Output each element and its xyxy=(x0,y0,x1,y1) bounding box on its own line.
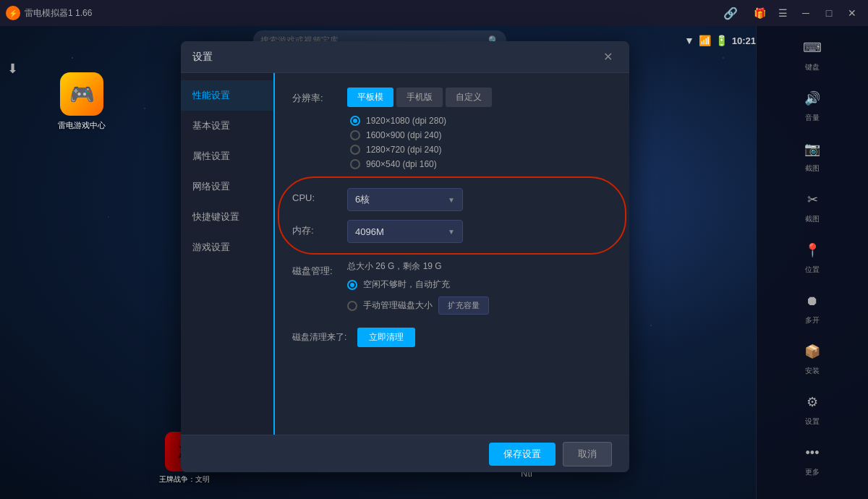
cancel-button[interactable]: 取消 xyxy=(563,442,612,466)
memory-value: 4096M xyxy=(355,226,384,237)
disk-auto-row[interactable]: 空闲不够时，自动扩充 xyxy=(347,278,612,291)
nav-item-basic[interactable]: 基本设置 xyxy=(181,111,273,141)
nav-item-properties[interactable]: 属性设置 xyxy=(181,141,273,171)
nav-item-shortcuts[interactable]: 快捷键设置 xyxy=(181,202,273,232)
modal-content: 分辨率: 平板模 手机版 自定义 1920×1080 (dpi 280) xyxy=(275,73,629,435)
resolution-options: 1920×1080 (dpi 280) 1600×900 (dpi 240) 1… xyxy=(350,116,612,169)
resolution-label-1920: 1920×1080 (dpi 280) xyxy=(366,116,446,126)
resolution-label: 分辨率: xyxy=(292,88,336,105)
memory-dropdown[interactable]: 4096M ▼ xyxy=(347,220,463,243)
disk-custom-row[interactable]: 手动管理磁盘大小 扩充容量 xyxy=(347,297,612,315)
tab-phone[interactable]: 手机版 xyxy=(396,88,443,107)
cpu-memory-section: CPU: 6核 ▼ 内存: 4096M xyxy=(292,182,612,249)
modal-header: 设置 ✕ xyxy=(181,41,629,73)
disk-auto-label: 空闲不够时，自动扩充 xyxy=(363,278,450,291)
save-button[interactable]: 保存设置 xyxy=(489,443,556,466)
cpu-dropdown[interactable]: 6核 ▼ xyxy=(347,188,463,211)
memory-dropdown-arrow: ▼ xyxy=(448,228,455,236)
radio-1920 xyxy=(350,116,360,126)
disk-controls: 总大小 26 G，剩余 19 G 空闲不够时，自动扩充 手动管理磁盘大小 扩充容… xyxy=(347,260,612,315)
resolution-option-1[interactable]: 1920×1080 (dpi 280) xyxy=(350,116,612,126)
cpu-controls: 6核 ▼ xyxy=(347,188,612,211)
cpu-value: 6核 xyxy=(355,193,370,206)
modal-nav: 性能设置 基本设置 属性设置 网络设置 快捷键设置 游戏设置 xyxy=(181,73,275,435)
cpu-row: CPU: 6核 ▼ xyxy=(292,188,612,211)
resolution-option-4[interactable]: 960×540 (dpi 160) xyxy=(350,159,612,169)
cpu-label: CPU: xyxy=(292,188,336,203)
modal-body: 性能设置 基本设置 属性设置 网络设置 快捷键设置 游戏设置 分辨率: 平板模 … xyxy=(181,73,629,435)
disk-label: 磁盘管理: xyxy=(292,260,336,278)
nav-item-network[interactable]: 网络设置 xyxy=(181,171,273,202)
resolution-option-2[interactable]: 1600×900 (dpi 240) xyxy=(350,130,612,140)
resolution-label-960: 960×540 (dpi 160) xyxy=(366,159,437,169)
nav-item-game[interactable]: 游戏设置 xyxy=(181,232,273,263)
modal-close-button[interactable]: ✕ xyxy=(597,47,618,67)
modal-overlay: 设置 ✕ 性能设置 基本设置 属性设置 网络设置 快捷键设置 游戏设置 分辨率: xyxy=(0,0,868,499)
disk-auto-radio xyxy=(347,280,357,290)
resolution-row: 分辨率: 平板模 手机版 自定义 1920×1080 (dpi 280) xyxy=(292,88,612,169)
modal-title: 设置 xyxy=(192,51,597,64)
memory-controls: 4096M ▼ xyxy=(347,220,612,243)
resolution-label-1600: 1600×900 (dpi 240) xyxy=(366,130,441,140)
nav-item-performance[interactable]: 性能设置 xyxy=(181,80,273,111)
resolution-option-3[interactable]: 1280×720 (dpi 240) xyxy=(350,145,612,155)
resolution-tabs: 平板模 手机版 自定义 xyxy=(347,88,612,107)
radio-960 xyxy=(350,159,360,169)
resolution-controls: 平板模 手机版 自定义 1920×1080 (dpi 280) 160 xyxy=(347,88,612,169)
tab-custom[interactable]: 自定义 xyxy=(446,88,492,107)
radio-1600 xyxy=(350,130,360,140)
radio-1280 xyxy=(350,145,360,155)
disk-manager-row: 磁盘清理来了: 立即清理 xyxy=(292,328,612,347)
disk-manager-label: 磁盘清理来了: xyxy=(292,331,350,344)
memory-label: 内存: xyxy=(292,220,336,237)
disk-expand-button[interactable]: 扩充容量 xyxy=(438,297,489,315)
disk-manager-button[interactable]: 立即清理 xyxy=(357,328,415,347)
disk-row: 磁盘管理: 总大小 26 G，剩余 19 G 空闲不够时，自动扩充 手动管理磁盘… xyxy=(292,260,612,315)
memory-row: 内存: 4096M ▼ xyxy=(292,220,612,243)
settings-modal: 设置 ✕ 性能设置 基本设置 属性设置 网络设置 快捷键设置 游戏设置 分辨率: xyxy=(181,41,629,472)
cpu-dropdown-arrow: ▼ xyxy=(448,196,455,204)
tab-tablet[interactable]: 平板模 xyxy=(347,88,393,107)
disk-radio-group: 空闲不够时，自动扩充 手动管理磁盘大小 扩充容量 xyxy=(347,278,612,315)
resolution-label-1280: 1280×720 (dpi 240) xyxy=(366,145,441,155)
modal-footer: 保存设置 取消 xyxy=(181,435,629,472)
disk-info: 总大小 26 G，剩余 19 G xyxy=(347,260,612,273)
disk-custom-label: 手动管理磁盘大小 xyxy=(363,299,433,312)
disk-custom-radio xyxy=(347,301,357,311)
